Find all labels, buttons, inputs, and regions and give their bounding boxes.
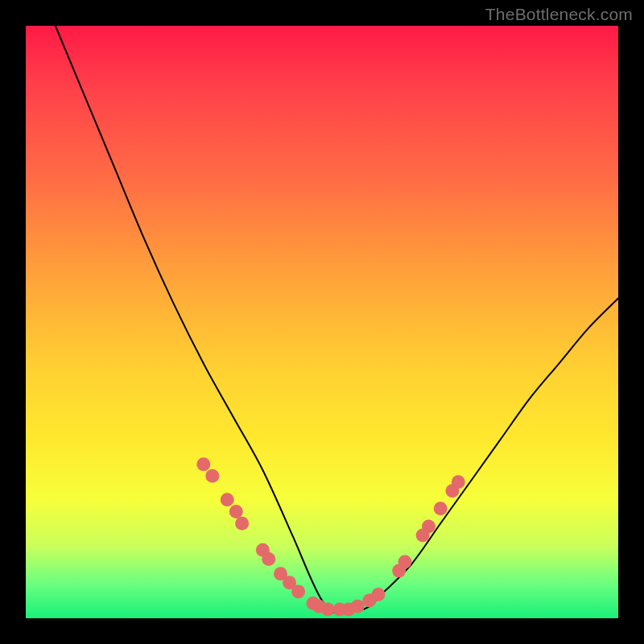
chart-frame: TheBottleneck.com — [0, 0, 644, 644]
marker-dot — [221, 493, 234, 506]
marker-dot — [422, 519, 436, 533]
marker-dot — [196, 457, 210, 471]
marker-group — [196, 457, 464, 616]
marker-dot — [371, 588, 385, 601]
marker-dot — [398, 555, 412, 569]
bottleneck-curve — [56, 26, 618, 613]
marker-dot — [434, 502, 448, 515]
marker-dot — [229, 505, 243, 518]
marker-dot — [205, 469, 219, 483]
chart-svg — [26, 26, 618, 618]
marker-dot — [351, 600, 365, 613]
watermark-text: TheBottleneck.com — [485, 5, 633, 24]
chart-plot-area — [26, 26, 618, 618]
marker-dot — [235, 517, 249, 530]
marker-dot — [291, 584, 305, 598]
marker-dot — [321, 602, 335, 616]
marker-dot — [262, 552, 275, 566]
marker-dot — [452, 475, 465, 489]
